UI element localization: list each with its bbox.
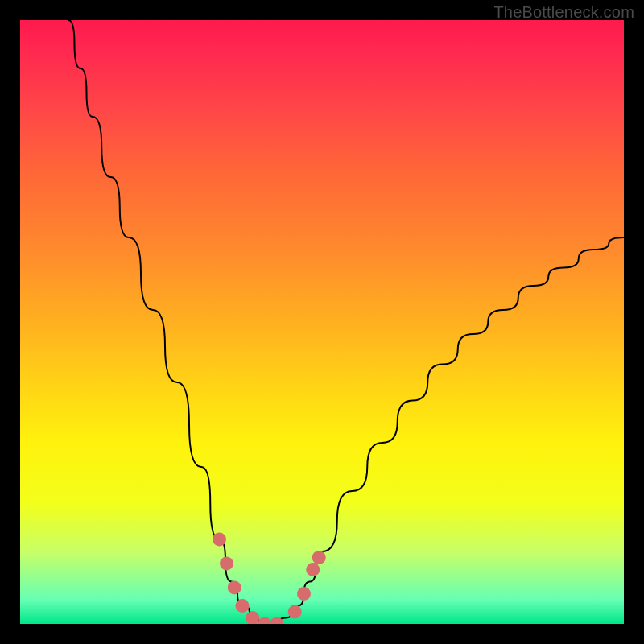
curve-marker [312,551,326,564]
curve-marker [228,581,242,595]
marker-group [213,533,326,625]
curve-marker [258,617,271,625]
curve-marker [213,533,226,547]
watermark-text: TheBottleneck.com [493,3,634,22]
curve-marker [220,557,233,571]
curve-marker [246,611,259,624]
bottleneck-curve [68,20,624,624]
curve-marker [306,563,320,576]
curve-svg [20,20,624,624]
curve-marker [288,605,302,619]
curve-marker [236,599,250,613]
chart-frame: TheBottleneck.com [0,0,644,644]
plot-area [20,20,624,624]
curve-marker [297,587,311,601]
